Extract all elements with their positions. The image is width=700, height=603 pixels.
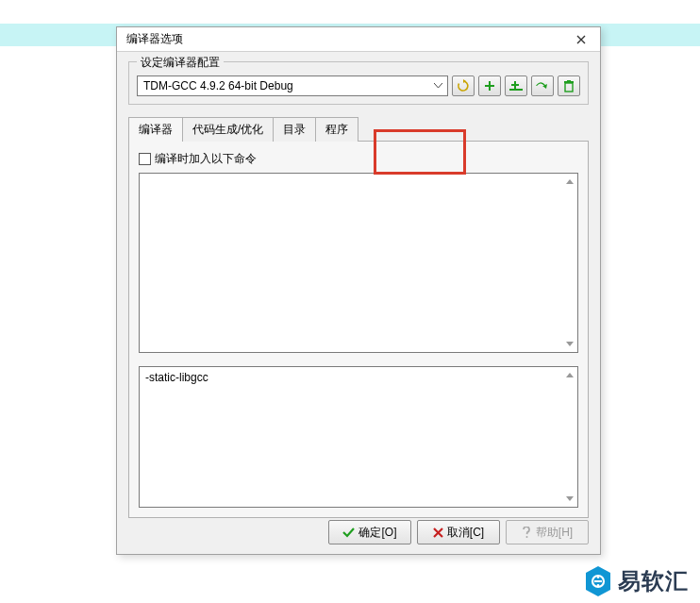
add-commands-checkbox-row[interactable]: 编译时加入以下命令	[139, 151, 578, 167]
scroll-down-icon[interactable]	[562, 492, 576, 506]
compiler-config-group: 设定编译器配置 TDM-GCC 4.9.2 64-bit Debug	[128, 61, 589, 105]
dialog-title: 编译器选项	[126, 31, 568, 47]
watermark-logo-icon	[584, 565, 612, 597]
help-label: 帮助[H]	[536, 525, 573, 541]
tab-programs[interactable]: 程序	[315, 117, 358, 142]
checkbox-label: 编译时加入以下命令	[155, 151, 257, 167]
tab-directories[interactable]: 目录	[273, 117, 316, 142]
svg-rect-7	[567, 80, 571, 82]
svg-point-8	[525, 536, 527, 538]
check-icon	[342, 528, 355, 538]
help-icon	[522, 527, 532, 539]
svg-rect-5	[565, 83, 573, 92]
close-button[interactable]	[568, 29, 594, 50]
cancel-label: 取消[C]	[447, 525, 484, 541]
compile-commands-textarea[interactable]	[139, 173, 578, 353]
group-label: 设定编译器配置	[137, 55, 224, 71]
refresh-icon	[457, 79, 470, 92]
tabs: 编译器 代码生成/优化 目录 程序	[128, 116, 589, 141]
config-row: TDM-GCC 4.9.2 64-bit Debug	[137, 75, 580, 96]
help-button[interactable]: 帮助[H]	[506, 520, 589, 544]
checkbox-icon	[139, 153, 151, 165]
cancel-button[interactable]: 取消[C]	[417, 520, 500, 544]
rename-arrow-icon	[536, 81, 549, 91]
dialog-titlebar: 编译器选项	[117, 27, 600, 52]
tab-content: 编译时加入以下命令 -static-libgcc	[128, 141, 589, 518]
compiler-options-dialog: 编译器选项 设定编译器配置 TDM-GCC 4.9.2 64-bit Debug	[116, 26, 601, 555]
add-button[interactable]	[478, 75, 501, 96]
scroll-down-icon[interactable]	[562, 337, 576, 351]
linker-commands-textarea[interactable]: -static-libgcc	[139, 366, 578, 508]
scroll-up-icon[interactable]	[562, 368, 576, 382]
add-icon	[484, 80, 495, 92]
ok-button[interactable]: 确定[O]	[328, 520, 411, 544]
svg-rect-1	[485, 85, 494, 87]
add-folder-icon	[509, 80, 523, 92]
scroll-up-icon[interactable]	[562, 175, 576, 189]
compiler-config-combo[interactable]: TDM-GCC 4.9.2 64-bit Debug	[137, 75, 448, 96]
textarea-content-2: -static-libgcc	[140, 367, 577, 507]
combo-selected-value: TDM-GCC 4.9.2 64-bit Debug	[143, 79, 430, 92]
delete-button[interactable]	[558, 75, 580, 96]
textarea-content	[140, 174, 577, 352]
close-icon	[576, 35, 586, 44]
svg-rect-4	[509, 89, 523, 91]
svg-point-11	[597, 576, 600, 578]
chevron-down-icon	[430, 77, 445, 94]
trash-icon	[563, 80, 575, 92]
rename-button[interactable]	[531, 75, 554, 96]
svg-rect-3	[511, 84, 519, 86]
ok-label: 确定[O]	[358, 525, 396, 541]
watermark-text: 易软汇	[618, 566, 689, 596]
refresh-button[interactable]	[452, 75, 475, 96]
dialog-button-row: 确定[O] 取消[C] 帮助[H]	[328, 520, 589, 544]
tab-codegen[interactable]: 代码生成/优化	[182, 117, 274, 142]
x-icon	[433, 528, 443, 538]
tab-compiler[interactable]: 编译器	[128, 117, 183, 142]
svg-point-12	[597, 584, 600, 587]
watermark: 易软汇	[584, 565, 689, 597]
add-folder-button[interactable]	[505, 75, 527, 96]
